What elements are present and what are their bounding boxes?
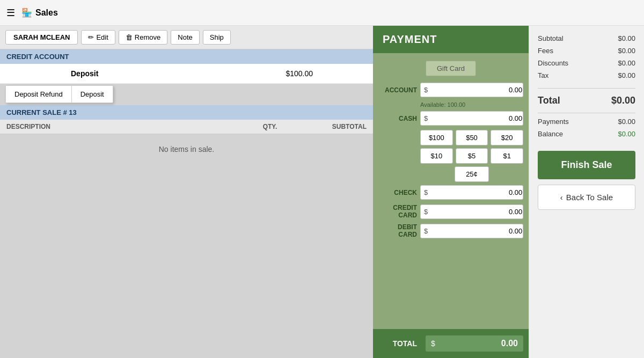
finish-sale-button[interactable]: Finish Sale: [538, 151, 635, 179]
cash-row-1: $100 $50 $20: [420, 130, 523, 145]
credit-account-header: CREDIT ACCOUNT: [0, 49, 373, 64]
debit-card-label: DEBIT CARD: [378, 223, 417, 238]
account-label: ACCOUNT: [378, 86, 417, 94]
payment-header: PAYMENT: [373, 26, 529, 53]
available-text: Available: 100.00: [420, 101, 523, 108]
cash-10-button[interactable]: $10: [420, 148, 453, 164]
total-summary-value: $0.00: [611, 95, 635, 106]
no-items-message: No items in sale.: [0, 134, 373, 164]
total-label: TOTAL: [378, 339, 417, 348]
credit-card-input-group: $ Max: [420, 204, 523, 219]
balance-row: Balance $0.00: [538, 130, 635, 138]
cash-5-button[interactable]: $5: [456, 148, 488, 164]
account-input-group: $ Max: [420, 83, 523, 97]
right-panel: Subtotal $0.00 Fees $0.00 Discounts $0.0…: [529, 26, 644, 358]
cash-25cent-button[interactable]: 25¢: [455, 166, 489, 182]
total-currency: $: [431, 339, 435, 348]
deposit-amount: $100.00: [286, 69, 313, 78]
check-currency: $: [421, 188, 431, 196]
credit-card-input[interactable]: [431, 205, 523, 218]
cash-row-2: $10 $5 $1: [420, 148, 523, 164]
note-button[interactable]: Note: [171, 30, 199, 45]
total-summary-row: Total $0.00: [538, 95, 635, 106]
back-to-sale-button[interactable]: ‹ Back To Sale: [538, 185, 635, 210]
payment-panel: PAYMENT Gift Card ACCOUNT $ Max Availabl…: [373, 26, 529, 358]
check-input-group: $ Max: [420, 185, 523, 200]
check-row: CHECK $ Max: [378, 185, 523, 200]
top-nav: ☰ 🏪 Sales: [0, 0, 644, 26]
debit-card-input[interactable]: [431, 224, 523, 238]
debit-card-input-group: $ Max: [420, 224, 523, 238]
tax-value: $0.00: [618, 71, 635, 79]
main-content: SARAH MCLEAN ✏ Edit 🗑 Remove Note Ship C…: [0, 26, 644, 358]
gift-card-row: Gift Card: [378, 61, 523, 76]
total-value: 0.00: [435, 339, 518, 348]
cash-input[interactable]: [431, 112, 523, 125]
col-qty: QTY.: [238, 123, 302, 130]
cash-input-group: $ Max: [420, 111, 523, 126]
payment-body: Gift Card ACCOUNT $ Max Available: 100.0…: [373, 53, 529, 248]
remove-button[interactable]: 🗑 Remove: [119, 30, 167, 45]
total-summary-label: Total: [538, 95, 560, 106]
deposit-row: Deposit $100.00 Deposit Refund Deposit: [0, 64, 373, 84]
account-input[interactable]: [431, 83, 523, 97]
total-row: TOTAL $ 0.00: [373, 329, 529, 358]
cash-currency: $: [421, 114, 431, 122]
deposit-button[interactable]: Deposit: [72, 86, 113, 103]
customer-button[interactable]: SARAH MCLEAN: [5, 30, 78, 45]
sale-columns: DESCRIPTION QTY. SUBTOTAL: [0, 120, 373, 134]
tax-label: Tax: [538, 71, 548, 79]
check-label: CHECK: [378, 189, 417, 196]
fees-label: Fees: [538, 47, 553, 55]
discounts-label: Discounts: [538, 59, 568, 67]
cash-row: CASH $ Max: [378, 111, 523, 126]
balance-value: $0.00: [618, 130, 635, 138]
payments-label: Payments: [538, 118, 569, 126]
fees-row: Fees $0.00: [538, 47, 635, 55]
credit-card-currency: $: [421, 208, 431, 216]
nav-title: 🏪 Sales: [21, 8, 58, 18]
cash-50-button[interactable]: $50: [456, 130, 488, 145]
gift-card-button[interactable]: Gift Card: [426, 61, 476, 76]
menu-icon[interactable]: ☰: [6, 7, 15, 19]
discounts-value: $0.00: [618, 59, 635, 67]
deposit-buttons: Deposit Refund Deposit: [5, 85, 113, 103]
col-subtotal: SUBTOTAL: [302, 123, 367, 130]
credit-card-row: CREDIT CARD $ Max: [378, 204, 523, 219]
summary-divider-2: [538, 113, 635, 113]
col-description: DESCRIPTION: [6, 123, 238, 130]
discounts-row: Discounts $0.00: [538, 59, 635, 67]
back-icon: ‹: [560, 193, 563, 202]
edit-icon: ✏: [88, 33, 94, 41]
ship-button[interactable]: Ship: [203, 30, 231, 45]
summary-divider: [538, 88, 635, 89]
debit-card-currency: $: [421, 227, 431, 235]
balance-label: Balance: [538, 130, 563, 138]
back-to-sale-label: Back To Sale: [566, 193, 613, 202]
remove-icon: 🗑: [126, 33, 133, 41]
payments-row: Payments $0.00: [538, 118, 635, 126]
toolbar: SARAH MCLEAN ✏ Edit 🗑 Remove Note Ship: [0, 26, 373, 49]
store-icon: 🏪: [21, 8, 32, 18]
deposit-refund-button[interactable]: Deposit Refund: [6, 86, 72, 103]
account-currency: $: [421, 86, 431, 94]
check-input[interactable]: [431, 186, 523, 199]
deposit-label: Deposit: [71, 69, 98, 78]
cash-100-button[interactable]: $100: [420, 130, 453, 145]
cash-20-button[interactable]: $20: [491, 130, 523, 145]
edit-button[interactable]: ✏ Edit: [81, 30, 115, 45]
cash-label: CASH: [378, 115, 417, 122]
tax-row: Tax $0.00: [538, 71, 635, 79]
total-input-group: $ 0.00: [426, 335, 523, 352]
subtotal-value: $0.00: [618, 34, 635, 42]
credit-card-label: CREDIT CARD: [378, 204, 417, 219]
debit-card-row: DEBIT CARD $ Max: [378, 223, 523, 238]
subtotal-label: Subtotal: [538, 34, 564, 42]
left-panel: SARAH MCLEAN ✏ Edit 🗑 Remove Note Ship C…: [0, 26, 373, 358]
payments-value: $0.00: [618, 118, 635, 126]
cash-row-3: 25¢: [420, 166, 523, 182]
subtotal-row: Subtotal $0.00: [538, 34, 635, 42]
cash-1-button[interactable]: $1: [491, 148, 523, 164]
account-row: ACCOUNT $ Max: [378, 83, 523, 97]
current-sale-header: CURRENT SALE # 13: [0, 105, 373, 120]
